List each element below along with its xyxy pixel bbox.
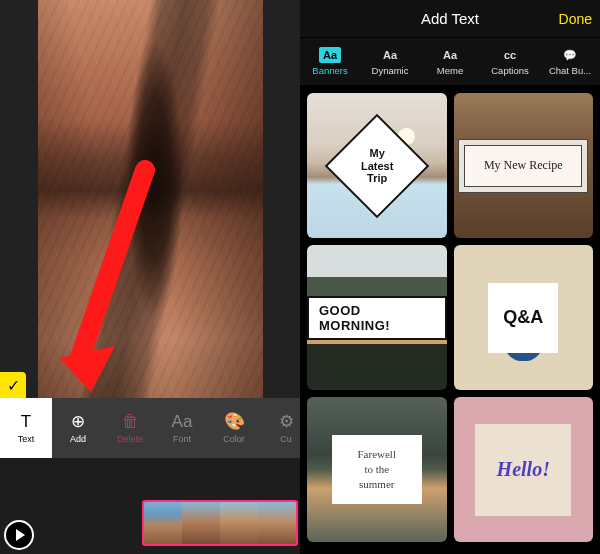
- toolbar-font-button[interactable]: Aa Font: [156, 398, 208, 458]
- template-text: My New Recipe: [484, 158, 563, 173]
- template-hello[interactable]: Hello!: [454, 397, 594, 542]
- toolbar-label: Text: [18, 434, 35, 444]
- template-text: Farewellto thesummer: [358, 448, 396, 490]
- video-preview: ✓: [0, 0, 300, 398]
- clip-thumb: [182, 502, 220, 544]
- pill-banner: GOOD MORNING!: [307, 296, 447, 340]
- add-text-panel: Add Text Done Aa Banners Aa Dynamic Aa M…: [300, 0, 600, 554]
- template-farewell[interactable]: Farewellto thesummer: [307, 397, 447, 542]
- tab-captions[interactable]: cc Captions: [480, 38, 540, 85]
- card-banner: Hello!: [475, 424, 571, 516]
- toolbar-label: Add: [70, 434, 86, 444]
- template-text: Hello!: [497, 458, 550, 481]
- template-qa[interactable]: Q&A: [454, 245, 594, 390]
- plus-circle-icon: ⊕: [71, 413, 85, 430]
- template-good-morning[interactable]: GOOD MORNING!: [307, 245, 447, 390]
- timeline[interactable]: [0, 458, 300, 554]
- captions-icon: cc: [499, 47, 521, 63]
- tab-label: Captions: [491, 65, 529, 76]
- toolbar-text-tab[interactable]: T Text: [0, 398, 52, 458]
- dynamic-icon: Aa: [379, 47, 401, 63]
- palette-icon: 🎨: [224, 413, 245, 430]
- card-banner: Farewellto thesummer: [332, 435, 422, 504]
- template-text: MyLatestTrip: [361, 147, 393, 185]
- clip-thumbnails[interactable]: [142, 500, 298, 546]
- diamond-banner: MyLatestTrip: [324, 113, 429, 218]
- chat-icon: 💬: [559, 47, 581, 63]
- sliders-icon: ⚙: [279, 413, 294, 430]
- editor-panel: ✓ T Text ⊕ Add 🗑 Delete Aa Font 🎨 Color …: [0, 0, 300, 554]
- toolbar-add-button[interactable]: ⊕ Add: [52, 398, 104, 458]
- confirm-check-button[interactable]: ✓: [0, 372, 26, 398]
- play-button[interactable]: [4, 520, 34, 550]
- clip-thumb: [220, 502, 258, 544]
- tab-banners[interactable]: Aa Banners: [300, 38, 360, 85]
- tab-label: Meme: [437, 65, 463, 76]
- toolbar-label: Cu: [280, 434, 292, 444]
- toolbar-label: Color: [223, 434, 245, 444]
- toolbar-label: Font: [173, 434, 191, 444]
- done-button[interactable]: Done: [559, 11, 592, 27]
- tab-label: Banners: [312, 65, 347, 76]
- frame-banner: My New Recipe: [464, 145, 582, 187]
- template-new-recipe[interactable]: My New Recipe: [454, 93, 594, 238]
- tab-meme[interactable]: Aa Meme: [420, 38, 480, 85]
- preview-image: [38, 0, 263, 398]
- tab-dynamic[interactable]: Aa Dynamic: [360, 38, 420, 85]
- toolbar-delete-button[interactable]: 🗑 Delete: [104, 398, 156, 458]
- template-latest-trip[interactable]: MyLatestTrip: [307, 93, 447, 238]
- toolbar-customize-button[interactable]: ⚙ Cu: [260, 398, 300, 458]
- banners-icon: Aa: [319, 47, 341, 63]
- banner-templates-grid: MyLatestTrip My New Recipe GOOD MORNING!…: [300, 86, 600, 554]
- toolbar-label: Delete: [117, 434, 143, 444]
- template-text: Q&A: [503, 307, 543, 328]
- clip-thumb: [258, 502, 296, 544]
- panel-title: Add Text: [421, 10, 479, 27]
- text-toolbar: T Text ⊕ Add 🗑 Delete Aa Font 🎨 Color ⚙ …: [0, 398, 300, 458]
- tab-label: Dynamic: [372, 65, 409, 76]
- template-text: GOOD MORNING!: [319, 303, 390, 333]
- tab-chat-bubbles[interactable]: 💬 Chat Bu...: [540, 38, 600, 85]
- tab-label: Chat Bu...: [549, 65, 591, 76]
- toolbar-color-button[interactable]: 🎨 Color: [208, 398, 260, 458]
- trash-icon: 🗑: [122, 413, 139, 430]
- font-icon: Aa: [172, 413, 193, 430]
- square-banner: Q&A: [488, 283, 558, 353]
- clip-thumb: [144, 502, 182, 544]
- text-style-tabs: Aa Banners Aa Dynamic Aa Meme cc Caption…: [300, 38, 600, 86]
- panel-header: Add Text Done: [300, 0, 600, 38]
- meme-icon: Aa: [439, 47, 461, 63]
- text-icon: T: [21, 413, 31, 430]
